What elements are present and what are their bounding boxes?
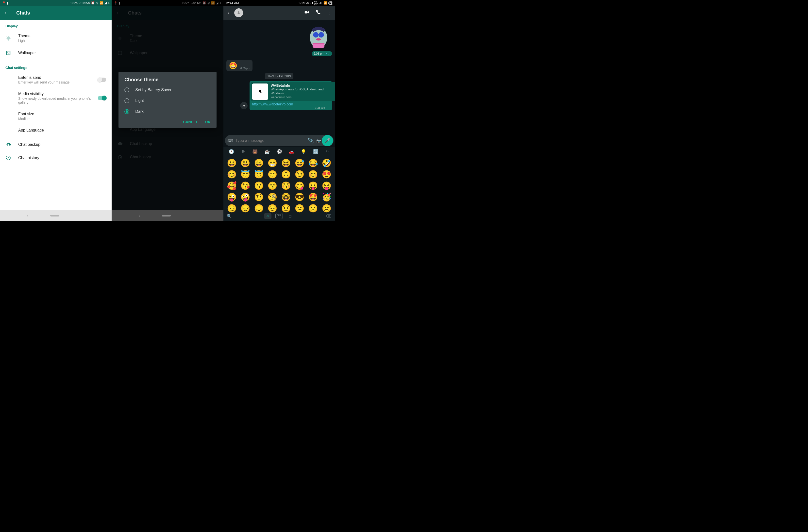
emoji-item[interactable]: 🧐 xyxy=(266,191,279,202)
emoji-item[interactable]: 😇 xyxy=(239,169,252,180)
theme-title: Theme xyxy=(18,34,106,38)
sticker-tab-button[interactable]: ◻ xyxy=(287,213,294,219)
emoji-item[interactable]: 🤨 xyxy=(252,191,265,202)
emoji-item[interactable]: 🤪 xyxy=(239,191,252,202)
emoji-search-icon[interactable]: 🔍 xyxy=(227,214,232,218)
signal-icon: .ıll xyxy=(310,1,313,5)
voice-call-icon[interactable] xyxy=(315,10,321,16)
symbols-category-icon[interactable]: 🔣 xyxy=(312,148,319,156)
date-separator: 16 AUGUST 2019 xyxy=(265,73,293,79)
more-icon[interactable]: ⋮ xyxy=(327,10,332,16)
back-icon[interactable]: ← xyxy=(227,10,232,16)
attach-icon[interactable]: 📎 xyxy=(308,138,314,144)
smileys-category-icon[interactable]: ☺ xyxy=(240,148,246,156)
emoji-item[interactable]: 😍 xyxy=(320,169,333,180)
setting-media-visibility[interactable]: Media visibility Show newly downloaded m… xyxy=(0,88,112,108)
emoji-item[interactable]: 😉 xyxy=(293,169,306,180)
nav-home-pill[interactable] xyxy=(50,215,59,217)
svg-point-11 xyxy=(316,38,321,41)
video-call-icon[interactable] xyxy=(304,10,309,16)
message-timestamp: 6:03 pm ✓✓ xyxy=(312,51,332,56)
radio-dark[interactable]: Dark xyxy=(118,106,216,117)
setting-app-language[interactable]: App Language xyxy=(0,124,112,136)
emoji-item[interactable]: 😃 xyxy=(239,158,252,168)
link-url[interactable]: http://www.wabetainfo.com xyxy=(251,101,331,106)
food-category-icon[interactable]: ☕ xyxy=(263,148,271,156)
ok-button[interactable]: OK xyxy=(205,120,210,124)
backup-title: Chat backup xyxy=(18,142,106,147)
link-preview[interactable]: WABetaInfo WhatsApp news for iOS, Androi… xyxy=(251,82,335,101)
emoji-item[interactable]: 😗 xyxy=(252,180,265,191)
emoji-item[interactable]: 😘 xyxy=(239,180,252,191)
radio-battery-saver[interactable]: Set by Battery Saver xyxy=(118,85,216,95)
emoji-item[interactable]: 🙂 xyxy=(266,169,279,180)
emoji-item[interactable]: 😇 xyxy=(252,169,265,180)
back-icon[interactable]: ← xyxy=(4,10,10,16)
enter-toggle[interactable] xyxy=(98,78,106,82)
emoji-item[interactable]: 😊 xyxy=(225,169,238,180)
emoji-item[interactable]: 🤓 xyxy=(279,191,292,202)
radio-icon xyxy=(124,88,129,92)
nav-back-icon[interactable]: ‹ xyxy=(27,214,28,218)
emoji-item[interactable]: 😄 xyxy=(252,158,265,168)
setting-theme[interactable]: Theme Light xyxy=(0,30,112,46)
emoji-item[interactable]: 🤣 xyxy=(320,158,333,168)
setting-enter-send[interactable]: Enter is send Enter key will send your m… xyxy=(0,72,112,88)
backspace-icon[interactable]: ⌫ xyxy=(326,214,332,218)
emoji-item[interactable]: 😛 xyxy=(307,180,319,191)
emoji-item[interactable]: 😜 xyxy=(225,191,238,202)
gif-tab-button[interactable]: GIF xyxy=(275,213,283,219)
cancel-button[interactable]: CANCEL xyxy=(183,120,198,124)
battery-level: 21 xyxy=(328,1,333,5)
nav-back-icon[interactable]: ‹ xyxy=(139,214,140,218)
status-data: 1.8KB/s xyxy=(298,1,309,5)
radio-light[interactable]: Light xyxy=(118,95,216,106)
theme-icon xyxy=(5,35,11,41)
link-description: WhatsApp news for iOS, Android and Windo… xyxy=(271,88,335,95)
voice-record-button[interactable]: 🎤 xyxy=(322,135,333,146)
cloud-upload-icon xyxy=(5,142,11,148)
forward-icon[interactable]: ➦ xyxy=(240,102,247,109)
emoji-item[interactable]: 🥰 xyxy=(225,180,238,191)
setting-wallpaper[interactable]: Wallpaper xyxy=(0,46,112,60)
emoji-item[interactable]: 😅 xyxy=(293,158,306,168)
recent-category-icon[interactable]: 🕐 xyxy=(227,148,235,156)
emoji-item[interactable]: 😁 xyxy=(266,158,279,168)
emoji-item[interactable]: 😂 xyxy=(307,158,319,168)
svg-point-0 xyxy=(7,37,10,40)
emoji-item[interactable]: 😝 xyxy=(320,180,333,191)
link-thumbnail xyxy=(252,84,268,100)
font-title: Font size xyxy=(18,112,106,116)
camera-icon[interactable]: 📷 xyxy=(316,139,321,143)
emoji-item[interactable]: 🤩 xyxy=(307,191,319,202)
emoji-item[interactable]: 😊 xyxy=(307,169,319,180)
setting-chat-backup[interactable]: Chat backup xyxy=(0,138,112,151)
link-domain: wabetainfo.com xyxy=(271,95,335,99)
keyboard-icon[interactable]: ⌨ xyxy=(227,139,233,143)
emoji-item[interactable]: 😀 xyxy=(225,158,238,168)
hotspot-icon: ◎ xyxy=(96,1,98,5)
setting-chat-history[interactable]: Chat history xyxy=(0,151,112,165)
emoji-item[interactable]: 😚 xyxy=(279,180,292,191)
animals-category-icon[interactable]: 🐻 xyxy=(251,148,259,156)
emoji-item[interactable]: 😋 xyxy=(293,180,306,191)
message-input[interactable] xyxy=(236,139,305,143)
emoji-item[interactable]: 😎 xyxy=(293,191,306,202)
setting-font-size[interactable]: Font size Medium xyxy=(0,108,112,124)
activity-category-icon[interactable]: ⚽ xyxy=(276,148,283,156)
enter-sub: Enter key will send your message xyxy=(18,80,91,84)
status-bar: 12:44 AM 1.8KB/s .ıll VoLTE .ıll 📶 21 xyxy=(223,0,335,6)
nav-home-pill[interactable] xyxy=(162,215,171,217)
travel-category-icon[interactable]: 🚗 xyxy=(288,148,295,156)
emoji-tab-button[interactable]: ☺ xyxy=(264,213,272,219)
emoji-item[interactable]: 🥳 xyxy=(320,191,333,202)
circle-icon: ○ xyxy=(108,1,110,5)
emoji-item[interactable]: 🙃 xyxy=(279,169,292,180)
objects-category-icon[interactable]: 💡 xyxy=(300,148,307,156)
flags-category-icon[interactable]: 🏳 xyxy=(324,148,331,156)
avatar[interactable] xyxy=(234,8,243,17)
media-toggle[interactable] xyxy=(98,96,106,100)
emoji-item[interactable]: 😆 xyxy=(279,158,292,168)
emoji-item[interactable]: 😙 xyxy=(266,180,279,191)
history-title: Chat history xyxy=(18,155,106,160)
